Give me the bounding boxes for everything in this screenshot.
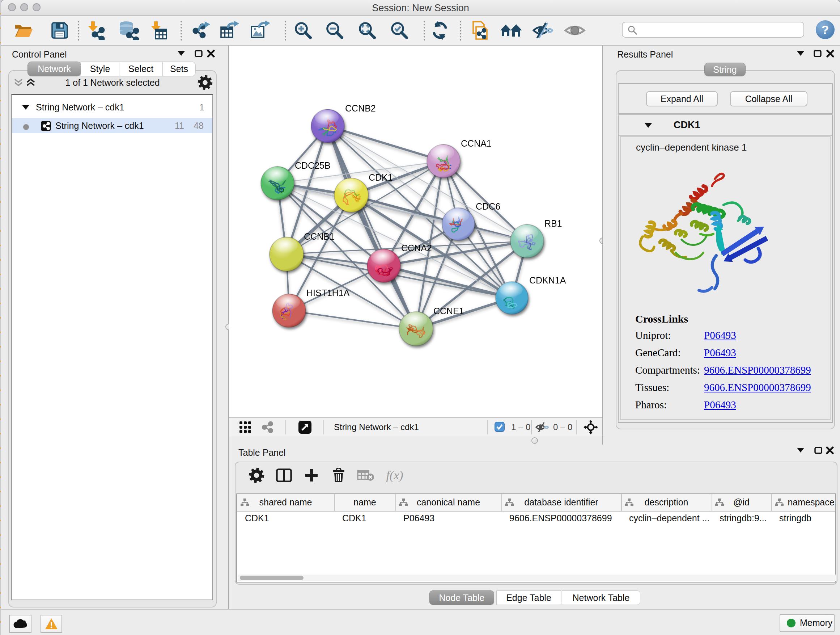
zoom-fit-button[interactable] [357,21,377,40]
network-node-CDKN1A[interactable] [496,282,528,314]
import-table-file-button[interactable] [148,21,168,40]
column-header-shared-name[interactable]: shared name [237,494,335,511]
network-collection-row[interactable]: String Network – cdk1 1 [12,98,212,118]
cloud-button[interactable] [9,615,32,633]
column-header-description[interactable]: description [621,494,712,511]
hidden-eye-icon[interactable] [535,422,549,432]
clone-network-button[interactable] [470,20,490,41]
import-network-file-button[interactable] [85,21,105,40]
zoom-selected-button[interactable] [390,21,409,40]
column-header-@id[interactable]: @id [712,494,772,511]
delete-column-trash-icon[interactable] [332,468,345,483]
table-hscrollbar-thumb[interactable] [240,576,303,580]
float-panel-icon[interactable] [797,448,804,453]
network-node-CCNB1[interactable] [270,237,303,271]
fit-selected-crosshair-icon[interactable] [584,420,598,434]
export-table-button[interactable] [219,21,240,40]
network-options-gear-icon[interactable] [197,75,213,90]
table-columns-icon[interactable] [276,469,292,482]
column-header-database-identifier[interactable]: database identifier [501,494,622,511]
search-input[interactable] [640,22,802,37]
export-network-button[interactable] [191,21,211,40]
gene-section: CDK1 cyclin–dependent kinase 1 CrossLink… [618,114,833,423]
hide-selected-button[interactable] [532,21,554,40]
crosslinks-title: CrossLinks [635,313,811,325]
add-column-icon[interactable] [305,469,318,482]
network-node-CCNA2[interactable] [367,249,401,282]
zoom-in-button[interactable] [294,21,313,40]
show-all-button[interactable] [564,22,586,38]
network-row-selected[interactable]: String Network – cdk1 11 48 [12,118,212,133]
table-gear-icon[interactable] [248,467,264,483]
selected-checkbox-icon[interactable] [494,422,505,432]
column-header-name[interactable]: name [334,494,396,511]
birdseye-grid-icon[interactable] [240,421,251,433]
close-panel-icon[interactable] [826,447,834,454]
tab-string[interactable]: String [705,63,745,76]
toolbar-separator [424,21,425,41]
tab-select[interactable]: Select [119,62,163,76]
gene-details: cyclin–dependent kinase 1 CrossLinks Uni… [620,136,831,420]
help-button[interactable]: ? [816,20,835,39]
network-view-canvas[interactable]: CCNB2CCNA1CDC25BCDK1CDC6RB1CCNB1CCNA2CDK… [229,46,602,417]
tab-node-table[interactable]: Node Table [430,591,494,605]
search-field [622,22,804,38]
crosslink-link[interactable]: P06493 [704,399,736,410]
close-panel-icon[interactable] [826,50,834,57]
collapse-all-button[interactable]: Collapse All [730,91,807,106]
close-panel-icon[interactable] [207,50,215,57]
toolbar-separator [576,420,576,434]
network-node-CDK1[interactable] [334,178,368,212]
gene-section-header[interactable]: CDK1 [619,115,832,136]
crosslink-link[interactable]: 9606.ENSP00000378699 [704,364,811,376]
tab-network-table[interactable]: Network Table [562,591,640,605]
save-session-button[interactable] [51,21,69,40]
expand-all-button[interactable]: Expand All [646,91,718,106]
network-node-RB1[interactable] [510,225,544,258]
function-builder-icon[interactable]: f(x) [386,469,403,482]
float-panel-icon[interactable] [178,51,185,56]
network-node-CCNE1[interactable] [399,312,433,346]
tab-sets[interactable]: Sets [163,62,195,76]
tab-network[interactable]: Network [28,62,81,76]
import-network-database-button[interactable] [118,21,139,40]
network-node-HIST1H1A[interactable] [272,294,306,327]
home-button[interactable] [500,22,523,39]
refresh-button[interactable] [430,21,450,40]
gene-symbol: CDK1 [674,119,700,131]
float-panel-icon[interactable] [797,51,804,56]
network-share-icon[interactable] [261,421,273,433]
maximize-panel-icon[interactable] [195,50,202,57]
open-session-button[interactable] [14,21,33,40]
maximize-panel-icon[interactable] [814,447,822,454]
network-edge-count: 48 [194,120,204,131]
crosslink-link[interactable]: P06493 [704,329,736,341]
maximize-panel-icon[interactable] [813,50,821,57]
export-view-icon[interactable] [298,421,311,434]
zoom-out-button[interactable] [325,21,344,40]
memory-label: Memory [800,618,832,628]
tab-style[interactable]: Style [81,62,119,76]
toolbar-separator [285,21,286,41]
crosslink-link[interactable]: P06493 [704,347,736,358]
control-panel-title: Control Panel [12,49,66,60]
table-hscrollbar[interactable] [238,575,836,581]
delete-table-icon[interactable] [357,469,374,481]
export-image-button[interactable] [250,21,270,40]
network-node-CCNA1[interactable] [427,144,460,178]
crosslinks-section: CrossLinks Uniprot:P06493GeneCard:P06493… [635,313,811,416]
tab-edge-table[interactable]: Edge Table [497,591,561,605]
network-node-CDC25B[interactable] [261,166,294,200]
collapse-arrow-icon[interactable] [22,105,29,110]
warnings-button[interactable] [41,615,62,633]
splitter-handle-bottom[interactable] [531,437,538,444]
column-header-canonical-name[interactable]: canonical name [395,494,502,511]
memory-button[interactable]: Memory [780,614,835,632]
table-row[interactable]: CDK1CDK1P064939606.ENSP00000378699cyclin… [237,511,835,526]
table-cell: CDK1 [342,513,393,524]
column-header-namespace[interactable]: namespace [771,494,840,511]
collapse-arrow-icon[interactable] [645,123,652,128]
network-node-CDC6[interactable] [442,208,475,241]
crosslink-link[interactable]: 9606.ENSP00000378699 [704,382,811,393]
network-node-CCNB2[interactable] [311,109,344,143]
